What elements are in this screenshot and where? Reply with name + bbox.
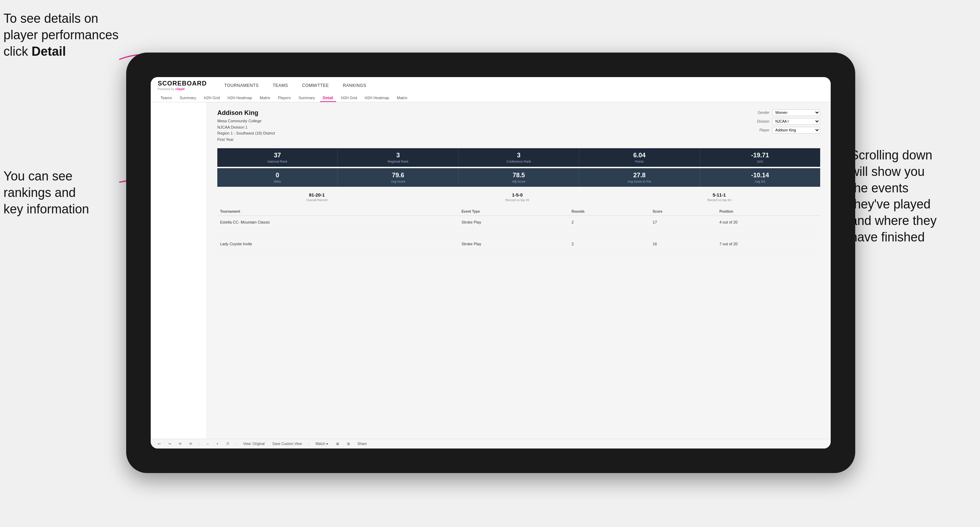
col-score: Score [650, 208, 716, 216]
toolbar-undo[interactable]: ↩ [156, 441, 162, 446]
stat-cell: 37National Rank [217, 148, 338, 167]
stat-cell: 27.8Avg Score to Par [579, 168, 700, 187]
sub-nav-detail[interactable]: Detail [320, 94, 336, 102]
annotation-top-left: To see details on player performances cl… [3, 11, 130, 60]
division-row: Division NJCAA I [750, 118, 820, 125]
record-item: 5-11-1Record vs top 50 [707, 192, 731, 202]
toolbar-sep3: | [308, 442, 309, 446]
top-nav: SCOREBOARD Powered by clippd TOURNAMENTS… [151, 77, 831, 102]
cell-score: 17 [650, 216, 716, 229]
division-select[interactable]: NJCAA I [772, 118, 820, 125]
logo-powered: Powered by clippd [158, 87, 207, 91]
toolbar-save-custom[interactable]: Save Custom View [271, 441, 303, 446]
stat-cell: 79.6Avg Score [338, 168, 458, 187]
cell-event-type: Stroke Play [459, 216, 569, 229]
stat-cell: 3Regional Rank [338, 148, 458, 167]
annotation-right: Scrolling down will show you the events … [850, 147, 977, 246]
tablet-screen: SCOREBOARD Powered by clippd TOURNAMENTS… [151, 77, 831, 449]
bottom-toolbar: ↩ ↪ ⟳ ⟳ – – + ⏱ | View: Original Save Cu… [151, 439, 831, 449]
table-row [217, 229, 820, 238]
cell-rounds: 2 [569, 216, 650, 229]
player-school: Mesa Community College [217, 118, 275, 124]
player-row: Player Addison King [750, 127, 820, 133]
tournament-table: Tournament Event Type Rounds Score Posit… [217, 208, 820, 251]
cell-position: 7 out of 20 [716, 238, 820, 251]
records-row: 91-20-1Overall Record1-5-0Record vs top … [217, 192, 820, 202]
main-content: Addison King Mesa Community College NJCA… [151, 102, 831, 439]
player-year: First Year [217, 137, 275, 143]
cell-score: 16 [650, 238, 716, 251]
stat-cell: 0Wins [217, 168, 338, 187]
gender-label: Gender [750, 111, 769, 114]
sub-nav-summary2[interactable]: Summary [296, 94, 318, 102]
col-position: Position [716, 208, 820, 216]
sub-nav-summary[interactable]: Summary [177, 94, 199, 102]
cell-event-type: Stroke Play [459, 238, 569, 251]
nav-committee[interactable]: COMMITTEE [302, 82, 329, 89]
toolbar-refresh[interactable]: ⟳ [177, 441, 183, 446]
sub-nav-matrix[interactable]: Matrix [257, 94, 273, 102]
cell-position: 4 out of 20 [716, 216, 820, 229]
player-name: Addison King [217, 110, 275, 117]
gender-select[interactable]: Women [772, 110, 820, 116]
stats-row-2: 0Wins79.6Avg Score78.5Adj Score27.8Avg S… [217, 168, 820, 187]
player-info: Addison King Mesa Community College NJCA… [217, 110, 275, 143]
sub-nav-h2hheatmap[interactable]: H2H Heatmap [225, 94, 255, 102]
toolbar-zoom-in[interactable]: + [215, 441, 220, 446]
logo-area: SCOREBOARD Powered by clippd [158, 80, 207, 91]
stats-row-1: 37National Rank3Regional Rank3Conference… [217, 148, 820, 167]
toolbar-grid[interactable]: ⊞ [345, 441, 351, 446]
toolbar-view-original[interactable]: View: Original [242, 441, 266, 446]
nav-tournaments[interactable]: TOURNAMENTS [224, 82, 259, 89]
sub-nav-matrix2[interactable]: Matrix [394, 94, 410, 102]
annotation-bottom-left: You can see rankings and key information [3, 168, 123, 217]
table-row: Estella CC- Mountain Classic Stroke Play… [217, 216, 820, 229]
player-division: NJCAA Division 1 [217, 124, 275, 131]
toolbar-watch[interactable]: Watch ▾ [314, 441, 329, 446]
left-sidebar [151, 102, 207, 439]
player-select[interactable]: Addison King [772, 127, 820, 133]
sub-nav-h2hheatmap2[interactable]: H2H Heatmap [362, 94, 392, 102]
player-header: Addison King Mesa Community College NJCA… [217, 110, 820, 143]
tablet: SCOREBOARD Powered by clippd TOURNAMENTS… [126, 52, 855, 473]
toolbar-monitor[interactable]: 🖥 [334, 441, 341, 446]
sub-nav: Teams Summary H2H Grid H2H Heatmap Matri… [158, 93, 824, 102]
player-controls: Gender Women Division NJCAA I [750, 110, 820, 133]
nav-rankings[interactable]: RANKINGS [343, 82, 366, 89]
logo-scoreboard: SCOREBOARD [158, 80, 207, 87]
sub-nav-players[interactable]: Players [275, 94, 294, 102]
sub-nav-h2hgrid[interactable]: H2H Grid [201, 94, 223, 102]
stat-cell: -19.71SoS [700, 148, 820, 167]
cell-rounds: 2 [569, 238, 650, 251]
nav-teams[interactable]: TEAMS [273, 82, 288, 89]
cell-rounds [569, 229, 650, 238]
col-event-type: Event Type [459, 208, 569, 216]
sub-nav-teams[interactable]: Teams [158, 94, 175, 102]
gender-row: Gender Women [750, 110, 820, 116]
cell-tournament: Estella CC- Mountain Classic [217, 216, 459, 229]
cell-tournament: Lady Coyote Invite [217, 238, 459, 251]
col-tournament: Tournament [217, 208, 459, 216]
cell-event-type [459, 229, 569, 238]
table-row: Lady Coyote Invite Stroke Play 2 16 7 ou… [217, 238, 820, 251]
stat-cell: -10.14Avg SG [700, 168, 820, 187]
record-item: 91-20-1Overall Record [306, 192, 328, 202]
player-region: Region 1 - Southwest (18) District [217, 130, 275, 137]
cell-score [650, 229, 716, 238]
cell-position [716, 229, 820, 238]
content-area: Addison King Mesa Community College NJCA… [207, 102, 831, 439]
player-label: Player [750, 128, 769, 132]
division-label: Division [750, 119, 769, 123]
toolbar-sep2: | [236, 442, 237, 446]
sub-nav-h2hgrid2[interactable]: H2H Grid [338, 94, 360, 102]
stat-cell: 78.5Adj Score [458, 168, 579, 187]
toolbar-refresh2[interactable]: ⟳ [188, 441, 194, 446]
toolbar-timer[interactable]: ⏱ [225, 441, 231, 446]
toolbar-sep1: – [198, 442, 200, 446]
toolbar-zoom-out[interactable]: – [205, 441, 210, 446]
toolbar-redo[interactable]: ↪ [167, 441, 172, 446]
toolbar-share[interactable]: Share [356, 441, 368, 446]
col-rounds: Rounds [569, 208, 650, 216]
stat-cell: 3Conference Rank [458, 148, 579, 167]
record-item: 1-5-0Record vs top 25 [506, 192, 529, 202]
